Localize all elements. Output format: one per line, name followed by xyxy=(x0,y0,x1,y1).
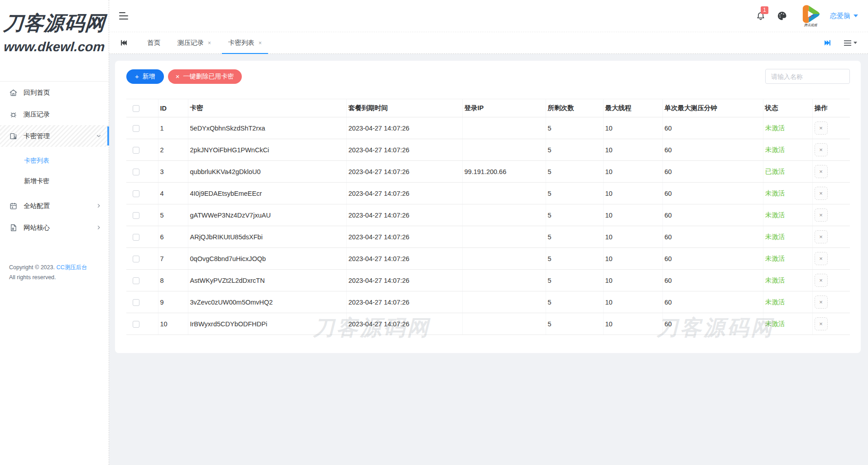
copyright-rights: All rights reserved. xyxy=(9,273,109,283)
delete-row-button[interactable]: × xyxy=(815,121,828,135)
cell-minutes: 60 xyxy=(662,270,763,291)
add-button-label: 新增 xyxy=(143,73,155,81)
tab[interactable]: 测压记录 × xyxy=(169,32,220,53)
tab-label: 测压记录 xyxy=(177,39,204,47)
delete-row-button[interactable]: × xyxy=(815,295,828,309)
sidebar-item-home[interactable]: 回到首页 xyxy=(0,82,109,103)
cell-minutes: 60 xyxy=(662,204,763,226)
sidebar-item-site-core[interactable]: 网站核心 xyxy=(0,217,109,238)
cell-expire: 2023-04-27 14:07:26 xyxy=(346,248,462,270)
close-icon: × xyxy=(819,190,823,197)
theme-button[interactable] xyxy=(777,10,787,21)
cell-minutes: 60 xyxy=(662,248,763,270)
chevron-right-icon xyxy=(96,203,101,208)
sidebar-item-label: 卡密列表 xyxy=(24,157,49,165)
notification-bell-button[interactable]: 1 xyxy=(756,11,766,21)
row-checkbox[interactable] xyxy=(133,256,139,262)
header-id: ID xyxy=(158,99,188,117)
tab-close-icon[interactable]: × xyxy=(259,40,262,46)
chevron-down-icon xyxy=(96,133,101,139)
palette-icon xyxy=(777,10,787,21)
delete-row-button[interactable]: × xyxy=(815,208,828,222)
table-row: 6 ARjQJbRIKUtU85dsXFbi 2023-04-27 14:07:… xyxy=(126,226,850,248)
row-checkbox[interactable] xyxy=(133,147,139,154)
cell-times: 5 xyxy=(546,270,603,291)
status-text: 未激活 xyxy=(765,146,785,153)
sidebar-item-label: 回到首页 xyxy=(24,88,50,97)
row-checkbox[interactable] xyxy=(133,299,139,306)
delete-row-button[interactable]: × xyxy=(815,274,828,287)
copyright-link[interactable]: CC测压后台 xyxy=(56,264,87,271)
delete-row-button[interactable]: × xyxy=(815,317,828,330)
row-checkbox[interactable] xyxy=(133,277,139,284)
cell-minutes: 60 xyxy=(662,117,763,139)
tabbar: 首页 测压记录 × 卡密列表 × xyxy=(109,32,868,54)
sidebar-toggle-button[interactable] xyxy=(119,12,128,19)
cell-key: gATWWeP3Nz4DzV7jxuAU xyxy=(188,204,346,226)
cell-key: 3vZevc0zUW00m5OmvHQ2 xyxy=(188,291,346,313)
cell-times: 5 xyxy=(546,183,603,204)
cell-ip xyxy=(462,270,546,291)
cell-ip xyxy=(462,313,546,335)
tab[interactable]: 卡密列表 × xyxy=(220,32,270,53)
add-button[interactable]: + 新增 xyxy=(126,69,164,84)
user-menu[interactable]: 恋爱脑 xyxy=(830,12,858,20)
status-text: 未激活 xyxy=(765,211,785,218)
cell-expire: 2023-04-27 14:07:26 xyxy=(346,183,462,204)
row-checkbox[interactable] xyxy=(133,234,139,241)
cell-id: 6 xyxy=(158,226,188,248)
sidebar-subitem-add-card[interactable]: 新增卡密 xyxy=(0,171,109,191)
sidebar-item-card-management[interactable]: 卡密管理 xyxy=(0,125,109,147)
header-actions: 操作 xyxy=(812,99,850,117)
table-row: 5 gATWWeP3Nz4DzV7jxuAU 2023-04-27 14:07:… xyxy=(126,204,850,226)
delete-row-button[interactable]: × xyxy=(815,230,828,243)
tab-options-button[interactable] xyxy=(844,40,857,46)
row-checkbox[interactable] xyxy=(133,169,139,175)
cell-threads: 10 xyxy=(603,226,662,248)
tab-list: 首页 测压记录 × 卡密列表 × xyxy=(139,32,270,53)
row-checkbox[interactable] xyxy=(133,125,139,132)
select-all-checkbox[interactable] xyxy=(133,105,139,112)
tab[interactable]: 首页 xyxy=(139,32,169,53)
status-text: 未激活 xyxy=(765,189,785,197)
tab-scroll-right-button[interactable] xyxy=(824,39,831,47)
header-expire: 套餐到期时间 xyxy=(346,99,462,117)
cell-minutes: 60 xyxy=(662,226,763,248)
tab-close-icon[interactable]: × xyxy=(208,40,211,46)
calendar-icon xyxy=(9,202,18,210)
sidebar-item-site-config[interactable]: 全站配置 xyxy=(0,195,109,217)
delete-row-button[interactable]: × xyxy=(815,143,828,156)
close-icon: × xyxy=(819,277,823,284)
cell-key: 4I0j9EDAEtsybEmeEEcr xyxy=(188,183,346,204)
row-checkbox[interactable] xyxy=(133,190,139,197)
close-icon: × xyxy=(819,212,823,218)
search-input[interactable] xyxy=(765,69,850,84)
copyright: Copyright © 2023. CC测压后台 All rights rese… xyxy=(0,263,109,283)
delete-row-button[interactable]: × xyxy=(815,187,828,200)
status-text: 未激活 xyxy=(765,276,785,284)
sidebar-subitem-card-list[interactable]: 卡密列表 xyxy=(0,150,109,171)
row-checkbox[interactable] xyxy=(133,321,139,328)
cell-threads: 10 xyxy=(603,313,662,335)
avatar[interactable]: 腾讯视频 xyxy=(798,5,823,28)
cell-expire: 2023-04-27 14:07:26 xyxy=(346,139,462,161)
delete-row-button[interactable]: × xyxy=(815,165,828,178)
cell-key: 0qOvgC8bnd7uHicxJOQb xyxy=(188,248,346,270)
delete-used-button[interactable]: × 一键删除已用卡密 xyxy=(168,69,242,84)
delete-row-button[interactable]: × xyxy=(815,252,828,265)
delete-button-label: 一键删除已用卡密 xyxy=(183,73,234,81)
cell-id: 8 xyxy=(158,270,188,291)
skip-back-icon xyxy=(120,39,128,47)
card-management-submenu: 卡密列表 新增卡密 xyxy=(0,150,109,191)
close-icon: × xyxy=(819,320,823,327)
table-row: 3 qubbrluKKVa42gDkloU0 2023-04-27 14:07:… xyxy=(126,161,850,183)
row-checkbox[interactable] xyxy=(133,212,139,219)
content: + 新增 × 一键删除已用卡密 xyxy=(109,54,868,465)
sidebar-item-records[interactable]: 测压记录 xyxy=(0,103,109,125)
tab-scroll-left-button[interactable] xyxy=(120,39,128,47)
sidebar-item-label: 全站配置 xyxy=(24,202,50,210)
header-ip: 登录IP xyxy=(462,99,546,117)
status-text: 未激活 xyxy=(765,255,785,262)
cell-ip xyxy=(462,139,546,161)
cell-threads: 10 xyxy=(603,183,662,204)
